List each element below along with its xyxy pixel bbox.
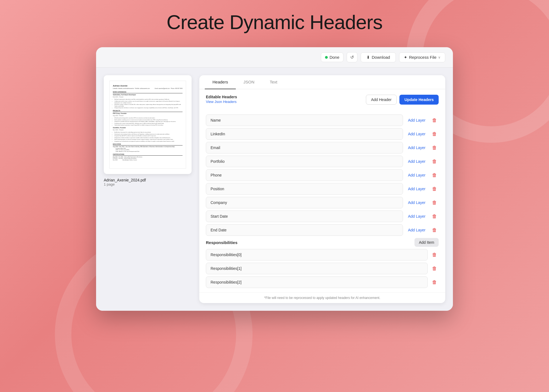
status-dot-icon xyxy=(325,56,328,59)
header-input-3[interactable] xyxy=(206,156,403,167)
headers-list: Add Layer🗑Add Layer🗑Add Layer🗑Add Layer🗑… xyxy=(199,114,445,290)
delete-header-button-6[interactable]: 🗑 xyxy=(430,199,439,207)
reprocess-label: Reprocess File xyxy=(409,55,436,60)
update-headers-button[interactable]: Update Headers xyxy=(399,95,439,105)
header-actions: Add Header Update Headers xyxy=(366,95,439,105)
responsibility-row: 🗑 xyxy=(206,249,439,261)
header-input-0[interactable] xyxy=(206,114,403,126)
toolbar: Done ↺ ⬇ Download ✦ Reprocess File ∨ xyxy=(96,47,453,68)
header-input-4[interactable] xyxy=(206,169,403,181)
header-row: Add Layer🗑 xyxy=(206,169,439,181)
delete-header-button-2[interactable]: 🗑 xyxy=(430,144,439,152)
delete-responsibility-button-2[interactable]: 🗑 xyxy=(430,278,439,286)
delete-header-button-7[interactable]: 🗑 xyxy=(430,212,439,220)
header-row: Add Layer🗑 xyxy=(206,156,439,167)
pdf-document: Adrian Axenie LinkedIn: linkedin.com/in/… xyxy=(109,81,186,169)
delete-header-button-1[interactable]: 🗑 xyxy=(430,130,439,138)
chevron-down-icon: ∨ xyxy=(438,55,441,59)
add-layer-button-0[interactable]: Add Layer xyxy=(406,117,428,124)
status-badge: Done xyxy=(321,52,343,62)
download-button[interactable]: ⬇ Download xyxy=(361,52,396,62)
delete-header-button-0[interactable]: 🗑 xyxy=(430,116,439,124)
delete-responsibility-button-0[interactable]: 🗑 xyxy=(430,251,439,259)
refresh-icon: ↺ xyxy=(350,55,354,60)
header-row: Add Layer🗑 xyxy=(206,197,439,208)
add-layer-button-7[interactable]: Add Layer xyxy=(406,213,428,220)
editable-headers-info: Editable Headers View Json Headers xyxy=(206,95,237,104)
add-layer-button-4[interactable]: Add Layer xyxy=(406,172,428,178)
responsibility-input-0[interactable] xyxy=(206,249,428,261)
responsibility-row: 🗑 xyxy=(206,276,439,288)
responsibilities-section: ResponsibilitiesAdd Item🗑🗑🗑🗑 xyxy=(206,238,439,290)
header-row: Add Layer🗑 xyxy=(206,183,439,195)
left-panel: Adrian Axenie LinkedIn: linkedin.com/in/… xyxy=(104,75,192,303)
responsibility-input-1[interactable] xyxy=(206,263,428,274)
status-label: Done xyxy=(329,55,339,60)
delete-header-button-5[interactable]: 🗑 xyxy=(430,185,439,193)
add-layer-button-6[interactable]: Add Layer xyxy=(406,199,428,206)
responsibilities-title: Responsibilities xyxy=(206,240,237,245)
header-input-8[interactable] xyxy=(206,224,403,236)
tab-text[interactable]: Text xyxy=(262,75,285,89)
tab-json[interactable]: JSON xyxy=(236,75,262,89)
header-input-5[interactable] xyxy=(206,183,403,195)
pdf-pages: 1 page xyxy=(104,182,192,186)
delete-header-button-8[interactable]: 🗑 xyxy=(430,226,439,234)
add-header-button[interactable]: Add Header xyxy=(366,95,397,105)
add-layer-button-3[interactable]: Add Layer xyxy=(406,158,428,165)
add-item-button[interactable]: Add Item xyxy=(414,238,439,247)
pdf-preview: Adrian Axenie LinkedIn: linkedin.com/in/… xyxy=(104,75,192,174)
editable-headers-section: Editable Headers View Json Headers Add H… xyxy=(206,95,439,105)
tabs: Headers JSON Text xyxy=(199,75,445,89)
header-row: Add Layer🗑 xyxy=(206,128,439,140)
delete-header-button-4[interactable]: 🗑 xyxy=(430,171,439,179)
header-input-7[interactable] xyxy=(206,211,403,222)
header-input-2[interactable] xyxy=(206,142,403,153)
reprocess-button[interactable]: ✦ Reprocess File ∨ xyxy=(399,52,445,62)
panel-header: Editable Headers View Json Headers Add H… xyxy=(199,89,445,114)
app-window: Done ↺ ⬇ Download ✦ Reprocess File ∨ Adr… xyxy=(96,47,453,311)
tab-headers[interactable]: Headers xyxy=(205,75,236,89)
add-layer-button-1[interactable]: Add Layer xyxy=(406,131,428,137)
pdf-filename: Adrian_Axenie_2024.pdf xyxy=(104,178,192,182)
delete-responsibility-button-1[interactable]: 🗑 xyxy=(430,265,439,273)
add-layer-button-5[interactable]: Add Layer xyxy=(406,186,428,192)
main-content: Adrian Axenie LinkedIn: linkedin.com/in/… xyxy=(96,68,453,311)
refresh-button[interactable]: ↺ xyxy=(347,52,357,62)
header-input-6[interactable] xyxy=(206,197,403,208)
responsibilities-header: ResponsibilitiesAdd Item xyxy=(206,238,439,247)
header-row: Add Layer🗑 xyxy=(206,114,439,126)
footer-note: *File will need to be reprocessed to app… xyxy=(199,292,445,303)
responsibility-input-2[interactable] xyxy=(206,276,428,288)
download-label: Download xyxy=(372,55,390,60)
responsibility-row: 🗑 xyxy=(206,263,439,274)
view-json-link[interactable]: View Json Headers xyxy=(206,100,237,104)
page-title: Create Dynamic Headers xyxy=(167,11,382,33)
header-row: Add Layer🗑 xyxy=(206,224,439,236)
editable-headers-label: Editable Headers xyxy=(206,95,237,99)
right-panel: Headers JSON Text Editable Headers View … xyxy=(199,75,445,303)
delete-header-button-3[interactable]: 🗑 xyxy=(430,158,439,166)
add-layer-button-2[interactable]: Add Layer xyxy=(406,144,428,151)
header-input-1[interactable] xyxy=(206,128,403,140)
add-layer-button-8[interactable]: Add Layer xyxy=(406,227,428,233)
header-row: Add Layer🗑 xyxy=(206,211,439,222)
pdf-file-info: Adrian_Axenie_2024.pdf 1 page xyxy=(104,178,192,186)
download-icon: ⬇ xyxy=(366,55,370,60)
header-row: Add Layer🗑 xyxy=(206,142,439,153)
reprocess-icon: ✦ xyxy=(404,55,407,60)
